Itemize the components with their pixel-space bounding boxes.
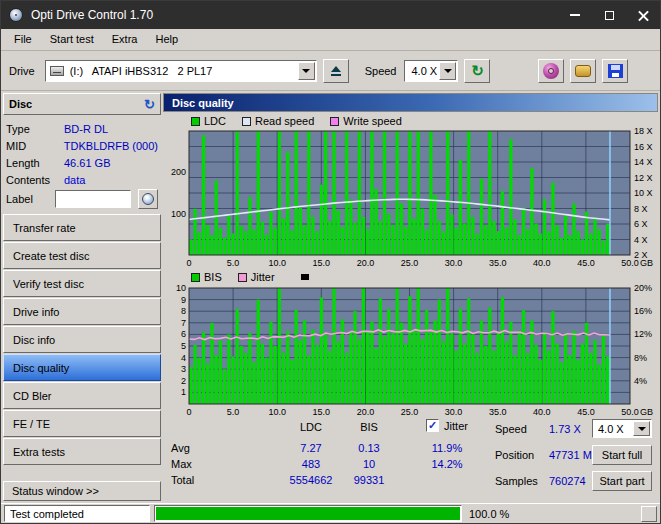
drive-select[interactable]: (I:) ATAPI iHBS312 2 PL17 bbox=[45, 60, 317, 82]
maximize-button[interactable] bbox=[592, 1, 626, 29]
sidebar-item-verify-test-disc[interactable]: Verify test disc bbox=[3, 270, 161, 297]
svg-text:50.0: 50.0 bbox=[621, 258, 639, 268]
burn-disc-button[interactable] bbox=[538, 59, 564, 83]
info-row-length: Length 46.61 GB bbox=[6, 154, 158, 171]
svg-text:16 X: 16 X bbox=[634, 142, 653, 152]
svg-text:10: 10 bbox=[176, 285, 186, 293]
save-results-button[interactable] bbox=[602, 59, 628, 83]
sidebar-item-create-test-disc[interactable]: Create test disc bbox=[3, 242, 161, 269]
svg-text:45.0: 45.0 bbox=[577, 407, 595, 417]
info-row-mid: MID TDKBLDRFB (000) bbox=[6, 137, 158, 154]
svg-text:16%: 16% bbox=[634, 306, 652, 316]
info-row-contents: Contents data bbox=[6, 171, 158, 188]
max-jitter-value: 14.2% bbox=[405, 458, 489, 470]
titlebar: Opti Drive Control 1.70 bbox=[1, 1, 660, 29]
mid-value: TDKBLDRFB (000) bbox=[64, 140, 158, 152]
bis-chart[interactable]: 123456789104%8%12%16%20%05.010.015.020.0… bbox=[163, 285, 658, 417]
ldc-chart[interactable]: 1002002 X4 X6 X8 X10 X12 X14 X16 X18 X05… bbox=[163, 128, 658, 268]
position-label: Position bbox=[495, 449, 534, 461]
type-label: Type bbox=[6, 123, 64, 135]
svg-text:0: 0 bbox=[186, 258, 191, 268]
app-window: Opti Drive Control 1.70 File Start test … bbox=[0, 0, 661, 524]
sidebar-item-transfer-rate[interactable]: Transfer rate bbox=[3, 214, 161, 241]
legend-marker bbox=[301, 274, 309, 280]
speed-select[interactable]: 4.0 X bbox=[404, 60, 458, 82]
toolbar: Drive (I:) ATAPI iHBS312 2 PL17 Speed 4.… bbox=[1, 51, 660, 91]
progress-fill bbox=[156, 507, 460, 520]
menu-start-test[interactable]: Start test bbox=[41, 29, 103, 50]
avg-row-label: Avg bbox=[171, 442, 190, 454]
svg-text:8%: 8% bbox=[634, 353, 647, 363]
sidebar-item-cd-bler[interactable]: CD Bler bbox=[3, 382, 161, 409]
start-part-button[interactable]: Start part bbox=[592, 471, 652, 491]
svg-text:20.0: 20.0 bbox=[357, 407, 375, 417]
svg-text:20.0: 20.0 bbox=[357, 258, 375, 268]
status-text: Test completed bbox=[10, 508, 84, 520]
svg-text:5: 5 bbox=[181, 341, 186, 351]
legend-jitter-label: Jitter bbox=[251, 271, 275, 283]
svg-text:6 X: 6 X bbox=[634, 219, 648, 229]
svg-text:5.0: 5.0 bbox=[227, 407, 240, 417]
statusbar: Test completed 100.0 % bbox=[1, 503, 660, 523]
svg-text:45.0: 45.0 bbox=[577, 258, 595, 268]
type-value: BD-R DL bbox=[64, 123, 108, 135]
menu-help[interactable]: Help bbox=[146, 29, 187, 50]
svg-text:20%: 20% bbox=[634, 285, 652, 293]
close-button[interactable] bbox=[626, 1, 660, 29]
minimize-icon bbox=[570, 14, 580, 16]
drive-select-arrow[interactable] bbox=[298, 62, 315, 80]
minimize-button[interactable] bbox=[558, 1, 592, 29]
total-row-label: Total bbox=[171, 474, 194, 486]
statusbar-button[interactable] bbox=[641, 506, 657, 522]
start-full-button[interactable]: Start full bbox=[592, 445, 652, 465]
eject-icon bbox=[331, 66, 341, 76]
eject-button[interactable] bbox=[323, 59, 349, 83]
svg-text:40.0: 40.0 bbox=[533, 258, 551, 268]
svg-text:100: 100 bbox=[171, 209, 186, 219]
svg-text:4: 4 bbox=[181, 353, 186, 363]
svg-text:10.0: 10.0 bbox=[268, 407, 286, 417]
status-window-button[interactable]: Status window >> bbox=[3, 481, 161, 501]
read-label-button[interactable] bbox=[138, 189, 158, 209]
test-speed-arrow[interactable] bbox=[633, 421, 650, 436]
speed-select-value: 4.0 X bbox=[411, 65, 437, 77]
sidebar-item-fe-te[interactable]: FE / TE bbox=[3, 410, 161, 437]
svg-text:50.0: 50.0 bbox=[621, 407, 639, 417]
avg-jitter-value: 11.9% bbox=[405, 442, 489, 454]
erase-icon bbox=[575, 65, 591, 77]
speed-select-arrow[interactable] bbox=[439, 62, 456, 80]
legend-read-speed-label: Read speed bbox=[255, 115, 314, 127]
sidebar-item-extra-tests[interactable]: Extra tests bbox=[3, 438, 161, 465]
mid-label: MID bbox=[6, 140, 64, 152]
sidebar-item-drive-info[interactable]: Drive info bbox=[3, 298, 161, 325]
svg-text:10.0: 10.0 bbox=[268, 258, 286, 268]
svg-text:2: 2 bbox=[181, 376, 186, 386]
refresh-speeds-button[interactable]: ↻ bbox=[464, 59, 490, 83]
refresh-icon: ↻ bbox=[471, 63, 484, 78]
drive-icon bbox=[50, 66, 64, 76]
info-row-type: Type BD-R DL bbox=[6, 120, 158, 137]
sidebar-item-disc-quality[interactable]: Disc quality bbox=[3, 354, 161, 381]
svg-text:12%: 12% bbox=[634, 329, 652, 339]
svg-text:0: 0 bbox=[186, 407, 191, 417]
disc-label-input[interactable] bbox=[55, 190, 131, 208]
chevron-down-icon bbox=[638, 427, 646, 431]
svg-text:40.0: 40.0 bbox=[533, 407, 551, 417]
test-speed-select[interactable]: 4.0 X bbox=[592, 419, 652, 438]
jitter-checkbox[interactable] bbox=[426, 419, 439, 432]
read-speed-swatch-icon bbox=[242, 117, 251, 126]
svg-text:GB: GB bbox=[640, 258, 653, 268]
erase-disc-button[interactable] bbox=[570, 59, 596, 83]
svg-text:200: 200 bbox=[171, 167, 186, 177]
menu-extra[interactable]: Extra bbox=[103, 29, 147, 50]
legend-chart1: LDC Read speed Write speed bbox=[163, 114, 658, 128]
refresh-disc-icon[interactable]: ↻ bbox=[144, 98, 155, 111]
length-label: Length bbox=[6, 157, 64, 169]
svg-text:25.0: 25.0 bbox=[401, 407, 419, 417]
length-value: 46.61 GB bbox=[64, 157, 110, 169]
contents-link[interactable]: data bbox=[64, 174, 85, 186]
menu-file[interactable]: File bbox=[5, 29, 41, 50]
disc-quality-panel: Disc quality LDC Read speed Write speed … bbox=[163, 93, 658, 501]
sidebar-item-disc-info[interactable]: Disc info bbox=[3, 326, 161, 353]
results-panel: LDC BIS Jitter Avg 7.27 0.13 11.9% Max 4… bbox=[163, 417, 658, 501]
